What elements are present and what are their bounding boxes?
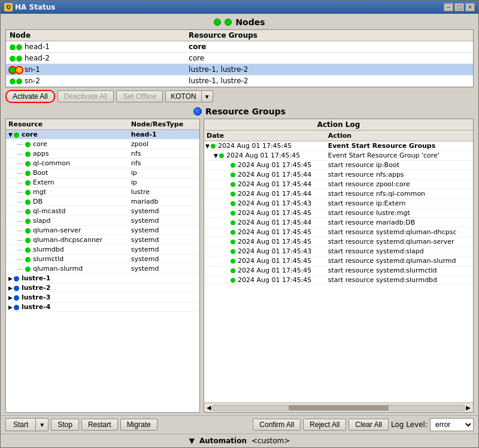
nodes-table-row[interactable]: head-1core [6,41,473,53]
resource-name-text: lustre-1 [22,274,51,282]
resource-table-row[interactable]: ▶lustre-2 [6,283,199,293]
rg-heading: Resource Groups [205,107,286,116]
nodes-table-row[interactable]: sn-2lustre-1, lustre-2 [6,75,473,87]
automation-bar: ▼ Automation <custom> [1,434,478,447]
resource-status-dot [25,238,31,243]
action-log-scroll[interactable]: Date Action ▼2024 Aug 01 17:45:45Event S… [204,131,473,402]
rg-cell: lustre-1, lustre-2 [185,64,473,75]
action-status-dot [231,172,235,177]
resource-table-row[interactable]: —slurmctldsystemd [6,255,199,264]
window-body: Nodes Node Resource Groups head-1corehea… [1,14,478,447]
resource-table-body: ▼corehead-1—corezpool—appsnfs—ql-commonn… [6,130,199,312]
resource-name-text: Boot [33,169,48,177]
action-date-cell: 2024 Aug 01 17:45:45 [204,208,326,218]
action-toggle-icon[interactable]: ▼ [205,143,210,149]
tree-toggle-icon[interactable]: ▶ [8,304,13,310]
resource-name-text: slurmdbd [33,246,64,253]
action-text-cell: start resource zpool:core [326,180,473,189]
action-log-table: Date Action ▼2024 Aug 01 17:45:45Event S… [204,131,473,285]
resource-table-row[interactable]: —slapdsystemd [6,216,199,226]
nodes-dot2 [225,19,232,26]
node-cell: head-2 [6,53,185,64]
maximize-button[interactable]: □ [454,3,464,11]
log-level-select[interactable]: debuginfowarningerrorcritical [430,418,474,431]
action-log-row: 2024 Aug 01 17:45:43start resource syste… [204,247,473,256]
action-log-header: Date Action [204,131,473,141]
automation-toggle[interactable]: ▼ [189,437,195,445]
resource-name-cell: —ql-common [6,159,129,168]
resource-type-cell [129,274,199,283]
resource-table-row[interactable]: ▼corehead-1 [6,130,199,140]
deactivate-all-button[interactable]: Deactivate All [57,90,114,102]
resource-name-cell: —slapd [6,216,129,226]
resource-type-cell: lustre [129,187,199,197]
close-button[interactable]: ✕ [465,3,475,11]
action-log-title: Action Log [204,119,473,131]
tree-toggle-icon[interactable]: ▶ [8,285,13,291]
action-text-cell: start resource mariadb:DB [326,218,473,228]
resource-table-row[interactable]: —qluman-slurmdsystemd [6,264,199,274]
resource-name-text: lustre-3 [22,293,51,301]
resource-table-row[interactable]: —ql-mcastdsystemd [6,207,199,216]
stop-button[interactable]: Stop [51,419,79,431]
action-date-cell: 2024 Aug 01 17:45:45 [204,266,326,276]
migrate-button[interactable]: Migrate [120,419,157,431]
status-dot [10,78,16,84]
resource-table-row[interactable]: —Externip [6,178,199,187]
minimize-button[interactable]: − [444,3,453,11]
resource-type-cell: systemd [129,264,199,274]
resource-name-cell: —DB [6,197,129,207]
reject-all-button[interactable]: Reject All [303,419,346,431]
resource-table-row[interactable]: —mgtlustre [6,187,199,197]
window-controls[interactable]: − □ ✕ [444,3,475,11]
resource-table-row[interactable]: —appsnfs [6,149,199,159]
resource-table-row[interactable]: —qluman-serversystemd [6,226,199,235]
action-log-row: ▼2024 Aug 01 17:45:45Event Start Resourc… [204,151,473,161]
action-status-dot [231,230,235,235]
resource-table-row[interactable]: ▶lustre-3 [6,293,199,302]
scroll-left-icon[interactable]: ◀ [207,404,211,411]
resource-table-row[interactable]: ▶lustre-1 [6,274,199,283]
resource-type-cell: ip [129,178,199,187]
action-text-cell: start resource ip:Extern [326,199,473,208]
koton-dropdown-button[interactable]: ▼ [201,90,213,102]
resource-name-cell: —slurmdbd [6,245,129,255]
activate-all-button[interactable]: Activate All [5,90,55,103]
resource-status-dot [14,305,19,310]
resource-type-cell: systemd [129,216,199,226]
tree-toggle-icon[interactable]: ▶ [8,295,13,301]
resource-type-cell: zpool [129,140,199,149]
resource-tree-panel: Resource Node/ResType ▼corehead-1—corezp… [5,119,200,413]
tree-toggle-icon[interactable]: ▶ [8,276,13,281]
action-date-cell: 2024 Aug 01 17:45:44 [204,189,326,199]
action-date-cell: 2024 Aug 01 17:45:43 [204,247,326,256]
action-date-cell: 2024 Aug 01 17:45:45 [204,256,326,266]
nodes-table-row[interactable]: head-2core [6,53,473,64]
clear-all-button[interactable]: Clear All [348,419,389,431]
resource-table-row[interactable]: —qluman-dhcpscannersystemd [6,235,199,245]
scroll-right-icon[interactable]: ▶ [466,404,471,411]
start-button[interactable]: Start [5,418,35,431]
resource-status-dot [14,286,19,291]
resource-table-row[interactable]: —ql-commonnfs [6,159,199,168]
set-offline-button[interactable]: Set Offline [116,90,163,102]
koton-button[interactable]: KOTON [165,90,201,102]
resource-table-row[interactable]: ▶lustre-4 [6,302,199,312]
resource-table-row[interactable]: —corezpool [6,140,199,149]
nodes-table-row[interactable]: sn-1lustre-1, lustre-2 [6,64,473,75]
action-log-row: 2024 Aug 01 17:45:43start resource ip:Ex… [204,199,473,208]
resource-table-header: Resource Node/ResType [6,119,199,130]
resource-table-row[interactable]: —DBmariadb [6,197,199,207]
resource-table-row[interactable]: —Bootip [6,168,199,178]
resource-name-cell: —apps [6,149,129,159]
action-status-dot [231,192,235,196]
confirm-all-button[interactable]: Confirm All [253,419,301,431]
restart-button[interactable]: Restart [81,419,118,431]
resource-table-row[interactable]: —slurmdbdsystemd [6,245,199,255]
action-toggle-icon[interactable]: ▼ [214,153,218,159]
tree-toggle-icon[interactable]: ▼ [8,132,13,138]
status-dot [16,56,22,62]
start-dropdown-button[interactable]: ▼ [35,418,48,431]
resource-type-cell: systemd [129,255,199,264]
col-date: Date [204,131,326,141]
